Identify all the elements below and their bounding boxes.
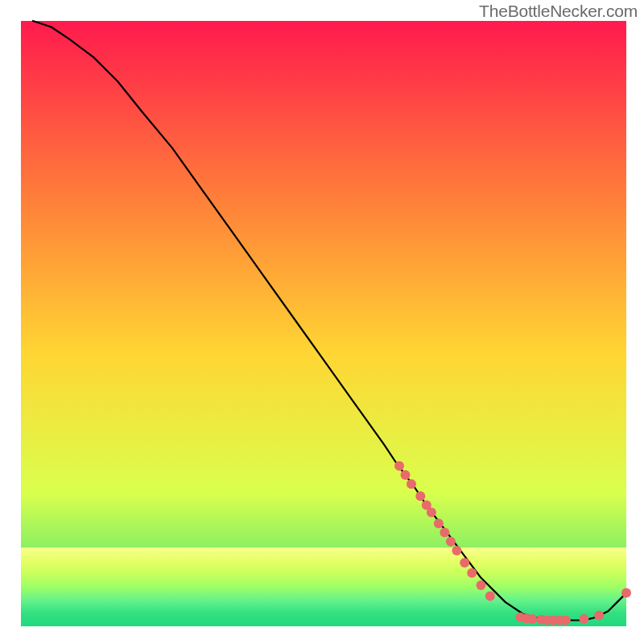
highlight-dot: [485, 591, 495, 601]
highlight-dot: [561, 616, 571, 625]
highlight-dot: [467, 568, 477, 578]
highlight-dot: [452, 546, 461, 555]
highlight-dot: [440, 527, 449, 537]
highlight-dot: [460, 558, 469, 568]
highlight-dot: [579, 614, 588, 624]
highlight-dot: [415, 491, 425, 501]
highlight-dot: [594, 611, 604, 621]
highlight-dot: [527, 614, 537, 624]
chart-container: TheBottleNecker.com: [0, 0, 644, 644]
highlight-dot: [477, 580, 486, 590]
highlight-dot: [434, 518, 444, 528]
highlight-dot: [621, 588, 631, 598]
highlight-dot: [407, 479, 416, 489]
highlight-dot: [401, 470, 411, 480]
highlight-dot: [446, 537, 456, 547]
highlight-dot: [427, 508, 436, 518]
highlight-dot: [394, 461, 404, 471]
plot-bottom-band: [21, 547, 626, 626]
plot-background: [21, 21, 626, 626]
chart-svg: [0, 0, 644, 644]
